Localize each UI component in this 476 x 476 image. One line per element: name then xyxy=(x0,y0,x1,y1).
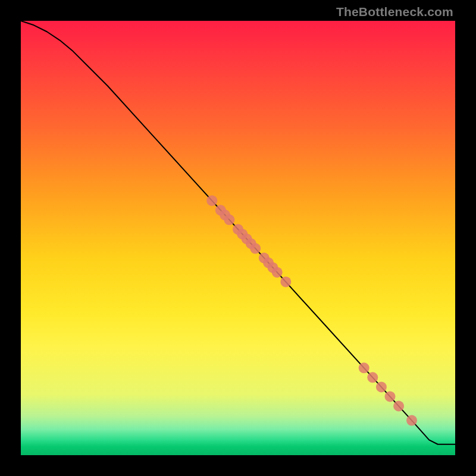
watermark-text: TheBottleneck.com xyxy=(336,5,453,19)
data-point xyxy=(224,214,234,225)
chart-stage: TheBottleneck.com xyxy=(0,0,476,476)
data-point xyxy=(280,277,291,287)
data-point xyxy=(385,391,396,402)
data-point xyxy=(359,362,369,373)
data-point xyxy=(406,415,417,426)
data-point xyxy=(367,372,378,383)
data-point xyxy=(250,243,261,254)
data-point xyxy=(206,195,217,206)
data-point xyxy=(272,267,283,278)
chart-overlay xyxy=(21,21,455,455)
data-point xyxy=(393,401,404,412)
data-point xyxy=(376,381,387,392)
